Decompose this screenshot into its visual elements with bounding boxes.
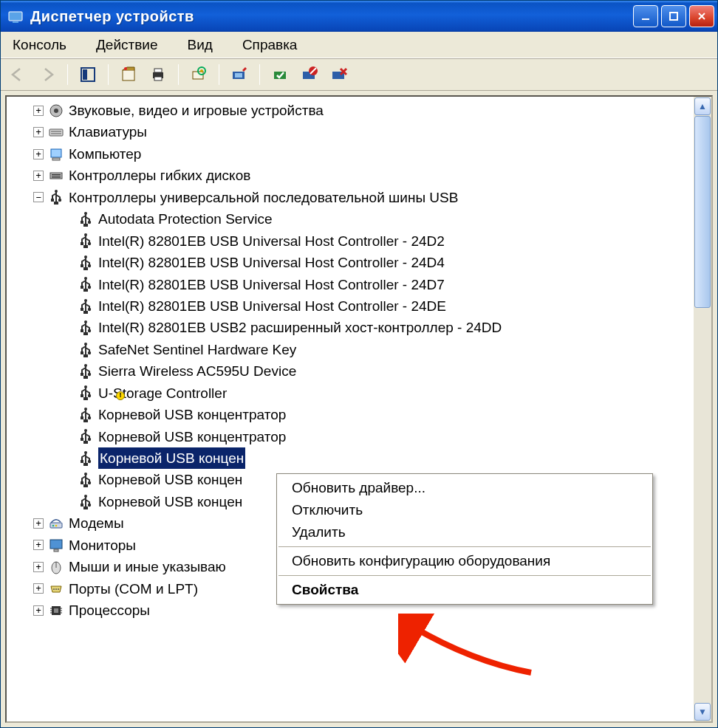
tree-node-label[interactable]: Intel(R) 82801EB USB Universal Host Cont…: [98, 274, 445, 295]
tree-node[interactable]: Autodata Protection Service: [60, 208, 694, 230]
tree-node-label[interactable]: Контроллеры гибких дисков: [69, 165, 250, 186]
tree-node-label[interactable]: Звуковые, видео и игровые устройства: [69, 100, 324, 121]
print-button[interactable]: [147, 63, 169, 86]
forward-button: [36, 63, 58, 86]
cpu-icon: [48, 602, 64, 619]
tree-node[interactable]: Корневой USB концентратор: [60, 404, 694, 425]
computer-icon: [48, 146, 64, 162]
tree-node[interactable]: −Контроллеры универсальной последователь…: [30, 187, 694, 208]
tree-node[interactable]: +Компьютер: [30, 143, 694, 165]
tree-node-label[interactable]: Корневой USB концен: [98, 469, 242, 490]
usb-icon: [48, 189, 64, 205]
device-manager-window: Диспетчер устройств Консоль Действие Вид…: [0, 0, 718, 728]
tree-node-label[interactable]: Клавиатуры: [69, 121, 147, 142]
tree-node-label[interactable]: SafeNet Sentinel Hardware Key: [98, 339, 296, 360]
menu-view[interactable]: Вид: [183, 35, 217, 55]
context-menu-item[interactable]: Свойства: [277, 579, 652, 601]
tree-node[interactable]: Intel(R) 82801EB USB Universal Host Cont…: [60, 274, 694, 295]
window-buttons: [633, 5, 714, 27]
usb-icon: [78, 320, 94, 336]
menu-separator: [278, 575, 651, 576]
tree-node[interactable]: !U-Storage Controller: [60, 382, 694, 404]
update-driver-button[interactable]: [228, 63, 250, 86]
toolbar: [1, 58, 717, 91]
separator: [108, 64, 109, 85]
context-menu-item[interactable]: Обновить драйвер...: [277, 477, 652, 499]
device-tree[interactable]: +Звуковые, видео и игровые устройства+Кл…: [7, 97, 694, 721]
usb-icon: [78, 494, 94, 510]
scroll-thumb[interactable]: [694, 116, 711, 308]
tree-node-label[interactable]: Корневой USB концен: [98, 447, 245, 469]
tree-node-label[interactable]: Intel(R) 82801EB USB Universal Host Cont…: [98, 252, 445, 273]
expand-icon[interactable]: +: [33, 171, 44, 181]
sound-icon: [48, 103, 64, 119]
expand-icon[interactable]: +: [33, 583, 44, 594]
expand-icon[interactable]: +: [33, 106, 44, 116]
maximize-button[interactable]: [661, 5, 686, 27]
tree-node[interactable]: Корневой USB концен: [60, 447, 694, 469]
expand-icon[interactable]: +: [33, 605, 44, 616]
svg-rect-17: [235, 73, 242, 78]
tree-node-label[interactable]: Мониторы: [69, 535, 136, 556]
expand-icon[interactable]: +: [33, 149, 44, 159]
svg-rect-8: [123, 70, 134, 80]
expand-icon[interactable]: +: [33, 127, 44, 137]
tree-node[interactable]: Корневой USB концентратор: [60, 426, 694, 447]
tree-node[interactable]: Sierra Wireless AC595U Device: [60, 360, 694, 382]
tree-node-label[interactable]: Intel(R) 82801EB USB Universal Host Cont…: [98, 295, 446, 317]
port-icon: [48, 580, 64, 597]
scan-hardware-button[interactable]: [188, 63, 210, 86]
tree-node[interactable]: +Контроллеры гибких дисков: [30, 165, 694, 186]
show-hide-tree-button[interactable]: [77, 63, 99, 86]
minimize-button[interactable]: [633, 5, 658, 27]
scroll-down-button[interactable]: ▼: [694, 703, 711, 721]
tree-node[interactable]: Intel(R) 82801EB USB Universal Host Cont…: [60, 295, 694, 317]
tree-node[interactable]: Intel(R) 82801EB USB Universal Host Cont…: [60, 252, 694, 273]
properties-button[interactable]: [117, 63, 140, 86]
tree-node-label[interactable]: Контроллеры универсальной последовательн…: [69, 187, 458, 208]
tree-node-label[interactable]: Intel(R) 82801EB USB Universal Host Cont…: [98, 230, 445, 252]
tree-node[interactable]: SafeNet Sentinel Hardware Key: [60, 339, 694, 360]
expand-icon[interactable]: +: [33, 540, 44, 550]
menu-action[interactable]: Действие: [92, 35, 163, 55]
menu-console[interactable]: Консоль: [8, 35, 71, 55]
monitor-icon: [48, 537, 64, 553]
tree-node-label[interactable]: Autodata Protection Service: [98, 208, 273, 230]
tree-node-label[interactable]: Процессоры: [69, 600, 150, 621]
tree-node-label[interactable]: Компьютер: [69, 143, 141, 165]
usb-icon: [78, 342, 94, 358]
context-menu-item[interactable]: Обновить конфигурацию оборудования: [277, 550, 652, 572]
tree-node[interactable]: Intel(R) 82801EB USB Universal Host Cont…: [60, 230, 694, 252]
vertical-scrollbar[interactable]: ▲ ▼: [694, 97, 711, 721]
titlebar: Диспетчер устройств: [1, 1, 717, 32]
uninstall-button[interactable]: [328, 63, 350, 86]
context-menu-item[interactable]: Удалить: [277, 521, 652, 543]
tree-node[interactable]: Intel(R) 82801EB USB2 расширенный хост-к…: [60, 317, 694, 338]
usb-icon: [78, 211, 94, 227]
separator: [219, 64, 219, 85]
usb-icon: [78, 385, 94, 401]
disable-button[interactable]: [298, 63, 321, 86]
context-menu-item[interactable]: Отключить: [277, 499, 652, 521]
expand-icon[interactable]: +: [33, 562, 44, 572]
close-button[interactable]: [689, 5, 714, 27]
collapse-icon[interactable]: −: [33, 192, 44, 202]
tree-node[interactable]: +Звуковые, видео и игровые устройства: [30, 100, 694, 121]
tree-node-label[interactable]: Порты (COM и LPT): [69, 578, 198, 600]
tree-node-label[interactable]: Корневой USB концентратор: [98, 426, 286, 447]
tree-node[interactable]: +Клавиатуры: [30, 121, 694, 142]
scroll-track[interactable]: [694, 116, 711, 702]
separator: [178, 64, 179, 85]
enable-button[interactable]: [269, 63, 291, 86]
tree-node-label[interactable]: Модемы: [69, 512, 124, 534]
tree-node-label[interactable]: Sierra Wireless AC595U Device: [98, 360, 296, 382]
scroll-up-button[interactable]: ▲: [694, 97, 711, 115]
tree-node-label[interactable]: Корневой USB концен: [98, 491, 242, 512]
expand-icon[interactable]: +: [33, 518, 44, 529]
tree-node-label[interactable]: Intel(R) 82801EB USB2 расширенный хост-к…: [98, 317, 502, 338]
menu-help[interactable]: Справка: [238, 35, 302, 55]
usb-icon: [78, 233, 94, 249]
context-menu[interactable]: Обновить драйвер...ОтключитьУдалитьОбнов…: [276, 473, 653, 605]
tree-node-label[interactable]: Корневой USB концентратор: [98, 404, 286, 425]
tree-node-label[interactable]: Мыши и иные указываю: [69, 556, 226, 577]
